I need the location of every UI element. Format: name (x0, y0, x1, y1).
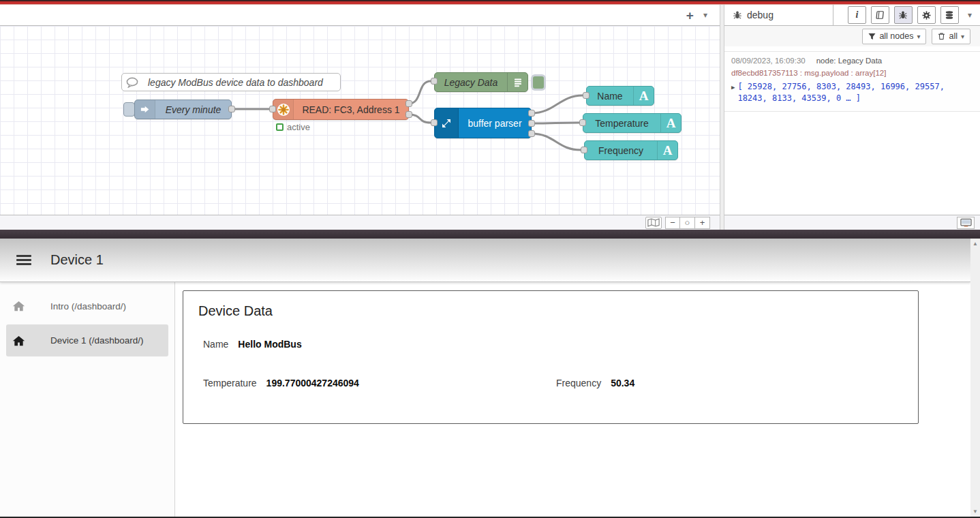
port-name-in[interactable] (583, 92, 589, 99)
debug-tab-button[interactable] (894, 6, 913, 24)
dashboard-header: Device 1 (0, 239, 970, 282)
card-title: Device Data (198, 303, 273, 319)
port-parser-in[interactable] (431, 119, 438, 126)
zoom-reset-button[interactable]: ○ (680, 217, 695, 229)
clear-messages-button[interactable]: all ▾ (932, 29, 970, 44)
node-inject[interactable]: Every minute (134, 100, 232, 119)
scroll-up-icon[interactable]: ▲ (973, 239, 978, 249)
field-label-temperature: Temperature (203, 378, 257, 388)
port-temperature-in[interactable] (579, 119, 586, 126)
debug-msg-path: df8ecbd817357113 : msg.payload : array[1… (731, 69, 973, 77)
funnel-icon (868, 33, 876, 40)
wire-parser-name[interactable] (532, 95, 583, 113)
node-modbus-read[interactable]: READ: FC3, Address 1 (273, 99, 409, 120)
clear-label: all (949, 31, 958, 41)
sidebar-item-label: Intro (/dashboard/) (50, 301, 126, 311)
expand-caret-icon[interactable]: ▶ (731, 81, 735, 105)
port-parser-out-1[interactable] (528, 110, 535, 117)
port-parser-out-3[interactable] (528, 130, 535, 137)
home-icon (12, 335, 25, 346)
zoom-in-button[interactable]: + (695, 217, 710, 229)
port-modbus-out-2[interactable] (405, 111, 412, 118)
inject-label: Every minute (155, 100, 231, 119)
status-ring-icon (276, 123, 284, 131)
wire-modbus-legacy[interactable] (409, 81, 431, 104)
tab-debug[interactable]: debug (724, 5, 833, 25)
field-value-frequency: 50.34 (611, 378, 634, 388)
debug-node-label: Legacy Data (435, 73, 507, 91)
field-label-name: Name (203, 339, 228, 350)
config-tab-button[interactable] (917, 6, 936, 24)
port-modbus-in[interactable] (269, 106, 276, 112)
trash-icon (938, 32, 945, 40)
debug-sidebar: debug i ▾ (724, 5, 980, 230)
vertical-scrollbar[interactable]: ▲ ▼ (970, 239, 980, 517)
database-icon (945, 10, 954, 20)
node-ui-text-temperature[interactable]: Temperature A (583, 113, 682, 133)
node-ui-text-frequency[interactable]: Frequency A (584, 140, 678, 160)
sidebar-item-device-1[interactable]: Device 1 (/dashboard/) (6, 324, 168, 356)
debug-enable-toggle[interactable] (531, 74, 546, 91)
info-tab-button[interactable]: i (848, 6, 866, 24)
device-data-card: Device Data Name Hello ModBus Temperatur… (183, 290, 919, 424)
help-tab-button[interactable] (871, 6, 889, 24)
browser-top-edge (0, 0, 980, 5)
filter-caret-icon: ▾ (917, 33, 920, 40)
port-modbus-out-1[interactable] (405, 100, 412, 107)
text-a-icon: A (633, 87, 654, 105)
debug-message-list[interactable]: 08/09/2023, 16:09:30 node: Legacy Data d… (724, 46, 980, 215)
node-comment[interactable]: legacy ModBus device data to dashboard (121, 73, 341, 91)
port-inject-out[interactable] (228, 106, 235, 112)
text-a-icon: A (657, 141, 677, 159)
wire-parser-frequency[interactable] (532, 134, 581, 150)
port-legacy-in[interactable] (431, 78, 438, 85)
bug-icon (733, 10, 742, 20)
node-buffer-parser[interactable]: buffer parser (434, 108, 532, 138)
dashboard-sidebar: Intro (/dashboard/) Device 1 (/dashboard… (0, 282, 175, 517)
flow-list-caret-icon[interactable]: ▾ (703, 10, 707, 20)
open-debug-window-button[interactable] (957, 217, 975, 229)
field-value-name: Hello ModBus (238, 339, 301, 350)
zoom-out-button[interactable]: − (665, 217, 680, 229)
clear-caret-icon: ▾ (961, 33, 964, 40)
port-frequency-in[interactable] (581, 147, 587, 153)
inject-button[interactable] (123, 102, 135, 117)
buffer-parser-label: buffer parser (459, 108, 531, 138)
wire-parser-temperature[interactable] (532, 123, 579, 123)
dashboard-main: Device Data Name Hello ModBus Temperatur… (175, 282, 970, 517)
node-debug-legacy-data[interactable]: Legacy Data (434, 72, 528, 92)
status-text: active (287, 122, 310, 132)
inject-arrow-icon (135, 100, 155, 119)
debug-timestamp: 08/09/2023, 16:09:30 (731, 57, 806, 65)
debug-source-node[interactable]: node: Legacy Data (816, 57, 883, 65)
debug-sidebar-footer (724, 215, 980, 230)
node-ui-text-name[interactable]: Name A (586, 86, 654, 106)
ui-text-label: Name (587, 87, 633, 105)
menu-hamburger-icon[interactable] (16, 252, 31, 267)
sidebar-resize-handle[interactable] (720, 5, 724, 230)
comment-label: legacy ModBus device data to dashboard (142, 74, 340, 91)
sidebar-item-label: Device 1 (/dashboard/) (50, 335, 144, 346)
bug-icon (898, 10, 908, 20)
comment-bubble-icon (122, 74, 142, 91)
dashboard-page-title: Device 1 (50, 252, 104, 268)
field-value-temperature: 199.77000427246094 (266, 378, 359, 388)
modbus-status: active (276, 122, 310, 132)
context-tab-button[interactable] (940, 6, 959, 24)
text-a-icon: A (660, 114, 681, 132)
debug-message[interactable]: 08/09/2023, 16:09:30 node: Legacy Data d… (724, 51, 980, 112)
sidebar-item-intro[interactable]: Intro (/dashboard/) (0, 292, 174, 320)
sidebar-menu-caret-icon[interactable]: ▾ (964, 10, 976, 20)
scroll-down-icon[interactable]: ▼ (973, 506, 978, 517)
debug-filter-row: all nodes ▾ all ▾ (724, 26, 980, 46)
dashboard-window: Device 1 Intro (/dashboard/) Device 1 (/… (0, 239, 980, 518)
add-flow-button[interactable]: + (686, 9, 694, 22)
filter-nodes-button[interactable]: all nodes ▾ (862, 29, 926, 44)
workspace-tabbar: + ▾ (0, 5, 720, 26)
navigator-map-button[interactable] (645, 217, 662, 229)
field-label-frequency: Frequency (556, 378, 601, 388)
debug-payload-array[interactable]: [ 25928, 27756, 8303, 28493, 16996, 2955… (737, 81, 973, 105)
ui-text-label: Temperature (583, 114, 660, 132)
flow-canvas[interactable]: legacy ModBus device data to dashboard E… (0, 26, 720, 215)
port-parser-out-2[interactable] (528, 120, 535, 127)
